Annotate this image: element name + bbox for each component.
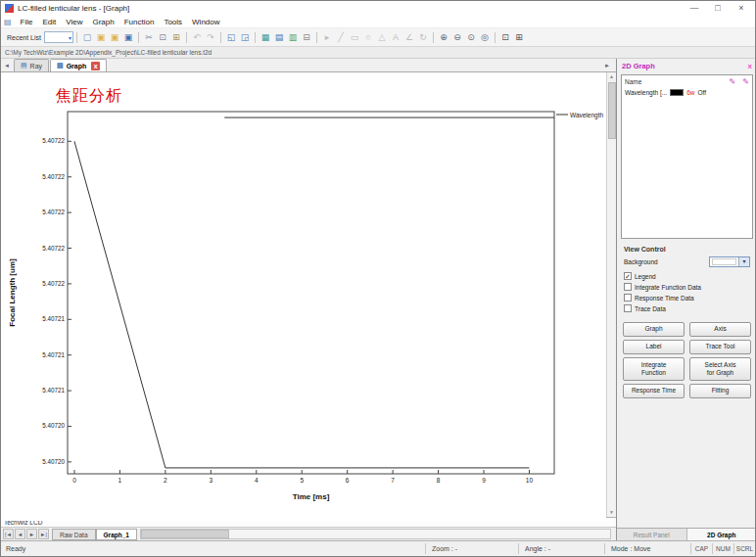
tab-ray[interactable]: ▤ Ray [14,59,49,71]
close-button[interactable]: × [730,2,753,15]
vertical-scrollbar[interactable]: ▲ ▼ [606,72,616,517]
zoom-fit-icon[interactable]: ⊙ [465,31,478,44]
background-color-swatch [712,258,736,265]
sheet-tab-raw-data[interactable]: Raw Data [52,529,96,540]
checkbox-response-time-data[interactable]: Response Time Data [624,294,750,302]
print-icon[interactable]: ⊟ [301,31,313,44]
chart-region: 焦距分析 0123456789105.407225.407225.407225.… [1,72,616,517]
lock-cap: CAP [690,543,712,554]
lock-scrl: SCRL [733,543,755,554]
cut-icon[interactable]: ✂ [143,31,156,44]
checkbox-box[interactable] [624,294,632,302]
view-2d-icon[interactable]: ◱ [225,31,238,44]
table-view-icon[interactable]: ▤ [273,31,286,44]
checkbox-box[interactable] [624,304,632,312]
x-tick-label: 2 [164,477,167,484]
document-tab-strip: ◄ ▤ Ray ▤ Graph x ► [1,59,616,72]
select-axis-for-graph-button[interactable]: Select Axis for Graph [689,357,751,381]
tab-scroll-left-icon[interactable]: ◄ [1,63,14,71]
y-tick-label: 5.40722 [42,137,65,144]
tab-label: Graph [67,63,87,70]
horizontal-scrollbar[interactable] [140,529,611,539]
chart-canvas: 0123456789105.407225.407225.407225.40722… [1,72,606,521]
zoom-in-icon[interactable]: ⊕ [438,31,450,44]
integrate-function-button[interactable]: Integrate Function [623,357,685,381]
background-dropdown[interactable]: ▾ [709,256,750,267]
document-icon: ▤ [4,18,12,26]
recent-list-dropdown[interactable]: ▾ [44,31,73,43]
pan-icon[interactable]: ◎ [479,31,492,44]
x-tick-label: 4 [255,477,259,484]
checkbox-box[interactable] [624,283,632,291]
scrollbar-thumb[interactable] [608,82,616,139]
window-tile-icon[interactable]: ⊞ [513,31,526,44]
menu-tools[interactable]: Tools [159,18,187,26]
undo-icon: ↶ [191,31,204,44]
graph-button[interactable]: Graph [623,322,685,337]
toolbar-separator [433,32,434,43]
window-cascade-icon[interactable]: ⊡ [499,31,512,44]
response-time-button[interactable]: Response Time [623,384,685,398]
series-state-label[interactable]: Off [697,89,706,96]
x-tick-label: 6 [346,477,350,484]
edit-pencil-icon[interactable]: ✎ [730,77,736,86]
edit-pencil-icon[interactable]: ✎ [742,77,749,86]
scrollbar-thumb[interactable] [141,530,229,538]
series-color-swatch[interactable] [670,89,684,96]
series-row-wavelength[interactable]: Wavelength [... 6w Off [622,88,752,97]
x-tick-label: 7 [391,477,395,484]
view-3d-icon[interactable]: ◲ [239,31,252,44]
edit-icons: ✎ ✎ [730,77,749,86]
x-axis-label: Time [ms] [293,492,330,501]
checkbox-legend[interactable]: ✓Legend [624,272,750,280]
axis-button[interactable]: Axis [689,322,751,337]
lock-num: NUM [712,543,733,554]
copy-icon[interactable]: ⊡ [157,31,169,44]
angle-tool-icon: ∠ [403,31,416,44]
minimize-button[interactable]: — [683,2,706,15]
maximize-button[interactable]: □ [706,2,730,15]
sheet-nav-button-3[interactable]: ►| [38,529,49,539]
name-column-header: Name [625,78,641,85]
sheet-nav-button-0[interactable]: |◄ [3,529,14,539]
tab-2d-graph[interactable]: 2D Graph [687,529,756,540]
paste-icon[interactable]: ⊞ [170,31,183,44]
series-list: Name ✎ ✎ Wavelength [... 6w Off [621,74,753,239]
menu-window[interactable]: Window [187,18,224,26]
checkbox-trace-data[interactable]: Trace Data [624,304,750,312]
menu-graph[interactable]: Graph [87,18,118,26]
scroll-down-icon[interactable]: ▼ [609,508,614,517]
checkbox-box[interactable]: ✓ [624,272,632,280]
tab-scroll-right-icon[interactable]: ► [601,63,616,71]
tab-close-icon[interactable]: x [91,62,100,70]
sheet-nav-button-2[interactable]: ► [26,529,37,539]
y-tick-label: 5.40720 [42,422,65,429]
panel-close-icon[interactable]: x [748,62,752,70]
chart-view-icon[interactable]: ▥ [287,31,300,44]
chart-area: 焦距分析 0123456789105.407225.407225.407225.… [1,72,606,521]
menu-edit[interactable]: Edit [37,18,61,26]
y-tick-label: 5.40721 [42,315,65,322]
trace-tool-button[interactable]: Trace Tool [689,340,751,354]
open-example-icon[interactable]: ▣ [109,31,121,44]
menu-file[interactable]: File [16,18,38,26]
tab-graph[interactable]: ▤ Graph x [50,59,107,71]
sheet-tab-graph-1[interactable]: Graph_1 [96,529,137,540]
menu-function[interactable]: Function [119,18,160,26]
title-bar: LC-filled lenticular lens - [Graph] — □ … [1,1,755,16]
sheet-nav-button-1[interactable]: ◄ [15,529,25,539]
grid-view-icon[interactable]: ▦ [260,31,272,44]
save-icon[interactable]: ▣ [122,31,135,44]
new-document-icon[interactable]: ▢ [81,31,94,44]
open-project-icon[interactable]: ▣ [95,31,108,44]
menu-view[interactable]: View [61,18,87,26]
label-button[interactable]: Label [623,340,685,354]
fitting-button[interactable]: Fitting [689,384,751,398]
checkbox-integrate-function-data[interactable]: Integrate Function Data [624,283,750,291]
scroll-up-icon[interactable]: ▲ [609,72,614,81]
dropdown-arrow-icon[interactable]: ▾ [738,257,749,266]
y-tick-label: 5.40722 [42,209,65,215]
tab-result-panel[interactable]: Result Panel [617,529,687,540]
series-width-label[interactable]: 6w [686,89,694,96]
zoom-out-icon[interactable]: ⊖ [451,31,464,44]
